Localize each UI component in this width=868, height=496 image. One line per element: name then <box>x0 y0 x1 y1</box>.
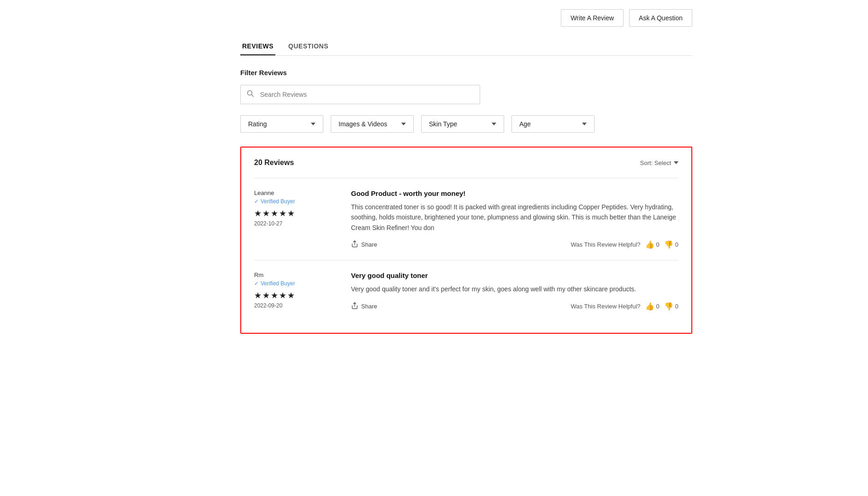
tab-questions[interactable]: QUESTIONS <box>286 38 330 55</box>
verified-badge: ✓ Verified Buyer <box>254 280 337 287</box>
ask-question-button[interactable]: Ask A Question <box>629 9 692 27</box>
share-icon <box>351 302 358 311</box>
reviewer-info: Leanne ✓ Verified Buyer ★ ★ ★ ★ ★ 2022-1… <box>254 189 337 249</box>
images-videos-dropdown[interactable]: Images & Videos <box>331 115 414 133</box>
review-footer: Share Was This Review Helpful? 👍 0 👎 0 <box>351 302 678 311</box>
reviews-box: 20 Reviews Sort: Select Leanne ✓ Verifie… <box>240 147 692 334</box>
thumbs-up-icon: 👍 <box>645 302 654 311</box>
write-review-button[interactable]: Write A Review <box>561 9 624 27</box>
review-text: This concentrated toner is so good! It i… <box>351 202 678 233</box>
thumbs-down-icon: 👎 <box>664 240 673 249</box>
thumbs-up-count: 0 <box>656 303 660 310</box>
reviewer-name: Rm <box>254 272 337 278</box>
search-icon <box>247 90 254 99</box>
review-text: Very good quality toner and it's perfect… <box>351 284 678 294</box>
thumbs-up-icon: 👍 <box>645 240 654 249</box>
helpful-section: Was This Review Helpful? 👍 0 👎 0 <box>571 240 678 249</box>
share-icon <box>351 240 358 249</box>
star-icon: ★ <box>271 290 278 301</box>
thumbs-down-count: 0 <box>675 241 678 248</box>
star-icon: ★ <box>262 290 270 301</box>
filter-dropdowns: Rating Images & Videos Skin Type Age <box>240 115 692 133</box>
table-row: Rm ✓ Verified Buyer ★ ★ ★ ★ ★ 2022-09-20… <box>254 260 678 321</box>
svg-line-1 <box>252 95 254 97</box>
tabs-bar: REVIEWS QUESTIONS <box>240 38 692 56</box>
tab-reviews[interactable]: REVIEWS <box>240 38 275 55</box>
review-date: 2022-09-20 <box>254 302 337 309</box>
star-icon: ★ <box>287 208 295 218</box>
skin-type-dropdown[interactable]: Skin Type <box>421 115 504 133</box>
sort-select-button[interactable]: Sort: Select <box>640 159 678 166</box>
checkmark-icon: ✓ <box>254 198 259 205</box>
sort-select-label: Sort: Select <box>640 159 671 166</box>
review-title: Good Product - worth your money! <box>351 189 678 197</box>
thumbs-down-icon: 👎 <box>664 302 673 311</box>
review-content: Good Product - worth your money! This co… <box>351 189 678 249</box>
star-rating: ★ ★ ★ ★ ★ <box>254 208 337 218</box>
thumbs-down-button[interactable]: 👎 0 <box>664 302 678 311</box>
verified-label: Verified Buyer <box>261 198 295 205</box>
star-icon: ★ <box>254 208 262 218</box>
reviews-header: 20 Reviews Sort: Select <box>254 159 678 167</box>
review-content: Very good quality toner Very good qualit… <box>351 272 678 310</box>
star-icon: ★ <box>287 290 295 301</box>
thumbs-down-button[interactable]: 👎 0 <box>664 240 678 249</box>
search-input[interactable] <box>240 85 480 104</box>
star-icon: ★ <box>262 208 270 218</box>
search-container <box>240 85 480 104</box>
chevron-down-icon <box>401 123 406 125</box>
chevron-down-icon <box>492 123 496 125</box>
helpful-label: Was This Review Helpful? <box>571 241 641 248</box>
chevron-down-icon <box>582 123 587 125</box>
table-row: Leanne ✓ Verified Buyer ★ ★ ★ ★ ★ 2022-1… <box>254 178 678 260</box>
reviews-count: 20 Reviews <box>254 159 294 167</box>
star-icon: ★ <box>254 290 262 301</box>
verified-label: Verified Buyer <box>261 280 295 287</box>
share-button[interactable]: Share <box>351 240 377 249</box>
star-rating: ★ ★ ★ ★ ★ <box>254 290 337 301</box>
thumbs-up-count: 0 <box>656 241 660 248</box>
helpful-section: Was This Review Helpful? 👍 0 👎 0 <box>571 302 678 311</box>
share-label: Share <box>361 303 377 310</box>
star-icon: ★ <box>279 290 286 301</box>
share-button[interactable]: Share <box>351 302 377 311</box>
filter-heading: Filter Reviews <box>240 69 692 77</box>
thumbs-down-count: 0 <box>675 303 678 310</box>
sort-chevron-down-icon <box>674 161 678 164</box>
thumbs-up-button[interactable]: 👍 0 <box>645 302 660 311</box>
reviewer-name: Leanne <box>254 189 337 196</box>
top-actions-bar: Write A Review Ask A Question <box>240 9 692 27</box>
skin-type-dropdown-label: Skin Type <box>429 120 457 128</box>
age-dropdown-label: Age <box>519 120 531 128</box>
thumbs-up-button[interactable]: 👍 0 <box>645 240 660 249</box>
share-label: Share <box>361 241 377 248</box>
rating-dropdown[interactable]: Rating <box>240 115 323 133</box>
age-dropdown[interactable]: Age <box>511 115 595 133</box>
rating-dropdown-label: Rating <box>248 120 267 128</box>
checkmark-icon: ✓ <box>254 280 259 287</box>
helpful-label: Was This Review Helpful? <box>571 303 641 310</box>
review-footer: Share Was This Review Helpful? 👍 0 👎 0 <box>351 240 678 249</box>
star-icon: ★ <box>271 208 278 218</box>
review-date: 2022-10-27 <box>254 220 337 227</box>
images-videos-dropdown-label: Images & Videos <box>339 120 387 128</box>
reviewer-info: Rm ✓ Verified Buyer ★ ★ ★ ★ ★ 2022-09-20 <box>254 272 337 310</box>
review-title: Very good quality toner <box>351 272 678 279</box>
star-icon: ★ <box>279 208 286 218</box>
chevron-down-icon <box>311 123 315 125</box>
verified-badge: ✓ Verified Buyer <box>254 198 337 205</box>
